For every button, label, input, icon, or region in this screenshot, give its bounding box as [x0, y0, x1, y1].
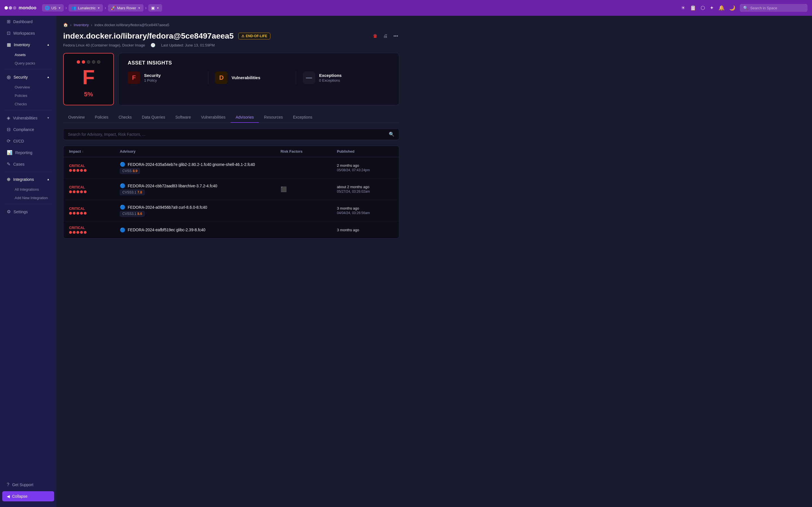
sidebar-item-dashboard[interactable]: ⊞ Dashboard: [2, 16, 54, 27]
asset-subtitle: Fedora Linux 40 (Container Image), Docke…: [63, 43, 145, 47]
col-advisory[interactable]: Advisory: [120, 149, 281, 154]
sidebar-label-cases: Cases: [13, 162, 24, 166]
compliance-icon: ⊟: [7, 127, 10, 132]
col-impact[interactable]: Impact ↓: [69, 149, 120, 154]
table-row[interactable]: CRITICAL 🔵 FEDORA-2024-eafbf519ec glibc-…: [63, 221, 399, 238]
sidebar-sub-security: Overview Policies Checks: [0, 83, 56, 108]
nav-sep-3: ›: [145, 5, 147, 10]
print-button[interactable]: 🖨: [382, 33, 389, 40]
tab-overview[interactable]: Overview: [63, 112, 90, 123]
sidebar-item-assets[interactable]: Assets: [12, 51, 56, 59]
sidebar-item-cases[interactable]: ✎ Cases: [2, 159, 54, 170]
sidebar-item-checks[interactable]: Checks: [12, 100, 56, 108]
security-sub: 1 Policy: [144, 78, 161, 82]
breadcrumb-inventory-link[interactable]: Inventory: [73, 23, 89, 27]
integrations-chevron-icon: ▲: [47, 178, 50, 181]
breadcrumb-sep-1: ›: [70, 23, 71, 27]
nav-region[interactable]: 🌐 US ▼: [42, 4, 64, 11]
table-row[interactable]: CRITICAL 🔵 FEDORA-2024-a09456b7a9 curl-8…: [63, 200, 399, 221]
dot5: [84, 190, 87, 193]
tab-resources[interactable]: Resources: [259, 112, 288, 123]
sidebar-item-workspaces[interactable]: ⊡ Workspaces: [2, 27, 54, 39]
fedora-icon-2: 🔵: [120, 183, 125, 188]
tab-data-queries[interactable]: Data Queries: [137, 112, 170, 123]
score-letter: F: [82, 67, 95, 87]
nav-qr[interactable]: ▣ ▼: [148, 4, 162, 11]
sidebar-item-vulnerabilities[interactable]: ◈ Vulnerabilities ▼: [2, 112, 54, 123]
dot4: [80, 212, 83, 215]
sidebar-item-overview[interactable]: Overview: [12, 83, 56, 91]
security-label: Security: [144, 73, 161, 78]
sidebar-item-query-packs[interactable]: Query packs: [12, 59, 56, 67]
score-dot-4: [92, 60, 95, 64]
sidebar-item-add-integration[interactable]: Add New Integration: [12, 194, 56, 202]
tab-advisories[interactable]: Advisories: [231, 112, 259, 123]
col-published[interactable]: Published: [337, 149, 393, 154]
nav-org[interactable]: 👥 Lunalectric ▼: [68, 4, 103, 11]
insight-exceptions: — Exceptions 0 Exceptions: [303, 71, 383, 84]
insight-vulnerabilities: D Vulnerabilities: [215, 71, 296, 84]
sidebar-item-inventory[interactable]: ▦ Inventory ▲: [2, 39, 54, 50]
sidebar-label-vulnerabilities: Vulnerabilities: [13, 116, 38, 120]
sidebar: ⊞ Dashboard ⊡ Workspaces ▦ Inventory ▲ A…: [0, 16, 56, 253]
row2-title: 🔵 FEDORA-2024-cbb72aad83 libarchive-3.7.…: [120, 183, 281, 188]
tab-policies[interactable]: Policies: [90, 112, 113, 123]
sidebar-item-reporting[interactable]: 📊 Reporting: [2, 147, 54, 158]
breadcrumb-home-icon[interactable]: 🏠: [63, 22, 68, 27]
vuln-grade: D: [215, 71, 227, 84]
security-grade: F: [128, 71, 140, 84]
breadcrumb-sep-2: ›: [91, 23, 92, 27]
tabs: Overview Policies Checks Data Queries So…: [63, 112, 399, 123]
dot4: [80, 169, 83, 172]
sidebar-label-inventory: Inventory: [14, 43, 30, 47]
row1-advisory-text: FEDORA-2024-635a54eb7e glib2-2.80.2-1.fc…: [128, 162, 255, 167]
dot2: [73, 190, 75, 193]
integrations-icon: ⊕: [7, 177, 10, 182]
sidebar-item-security[interactable]: ◎ Security ▲: [2, 71, 54, 82]
sidebar-item-integrations[interactable]: ⊕ Integrations ▲: [2, 174, 54, 185]
cicd-icon: ⟳: [7, 138, 10, 144]
table-row[interactable]: CRITICAL 🔵 FEDORA-2024-635a54eb7e glib2-…: [63, 157, 399, 179]
region-chevron-icon: ▼: [58, 6, 61, 10]
tab-checks[interactable]: Checks: [114, 112, 137, 123]
space-icon: 🚀: [111, 6, 116, 10]
qr-icon: ▣: [151, 6, 155, 10]
nav-space[interactable]: 🚀 Mars Rover ▼: [108, 4, 144, 11]
sidebar-label-dashboard: Dashboard: [13, 19, 33, 24]
sidebar-item-compliance[interactable]: ⊟ Compliance: [2, 124, 54, 135]
row3-advisory-text: FEDORA-2024-a09456b7a9 curl-8.6.0-8.fc40: [128, 205, 207, 210]
exceptions-label: Exceptions: [319, 73, 342, 78]
terminal-icon: ⬛: [281, 186, 287, 192]
sidebar-item-all-integrations[interactable]: All Integrations: [12, 185, 56, 193]
insights-row: F 5% ASSET INSIGHTS F Security 1 Policy …: [63, 53, 399, 105]
tab-exceptions[interactable]: Exceptions: [288, 112, 317, 123]
row2-published: about 2 months ago 05/27/24, 03:26:02am: [337, 185, 393, 193]
inventory-chevron-icon: ▲: [47, 43, 50, 46]
inventory-icon: ▦: [7, 42, 11, 47]
sidebar-item-cicd[interactable]: ⟳ CI/CD: [2, 135, 54, 147]
advisory-search-input[interactable]: [68, 132, 386, 136]
row4-dots: [69, 231, 120, 234]
top-nav: mondoo 🌐 US ▼ › 👥 Lunalectric ▼ › 🚀 Mars…: [0, 0, 406, 16]
col-risk-factors[interactable]: Risk Factors: [281, 149, 337, 154]
org-icon: 👥: [71, 6, 76, 10]
more-button[interactable]: •••: [392, 33, 399, 40]
vuln-info: Vulnerabilities: [232, 75, 260, 80]
breadcrumb-current: index.docker.io/library/fedora@5ce8497ae…: [94, 23, 169, 27]
delete-button[interactable]: 🗑: [372, 33, 378, 40]
logo[interactable]: mondoo: [4, 5, 36, 10]
sidebar-label-workspaces: Workspaces: [13, 31, 35, 36]
row2-risk: ⬛: [281, 186, 337, 192]
cvss-badge-3: CVSS3.1 8.6: [120, 211, 145, 217]
dot5: [84, 231, 87, 234]
sidebar-item-settings[interactable]: ⚙ Settings: [2, 206, 54, 217]
score-dot-1: [77, 60, 80, 64]
tab-vulnerabilities[interactable]: Vulnerabilities: [196, 112, 231, 123]
row3-title: 🔵 FEDORA-2024-a09456b7a9 curl-8.6.0-8.fc…: [120, 205, 281, 210]
sidebar-item-policies[interactable]: Policies: [12, 92, 56, 100]
col-advisory-label: Advisory: [120, 149, 136, 154]
exceptions-info: Exceptions 0 Exceptions: [319, 73, 342, 82]
tab-software[interactable]: Software: [170, 112, 196, 123]
table-row[interactable]: CRITICAL 🔵 FEDORA-2024-cbb72aad83 libarc…: [63, 179, 399, 200]
row1-severity: CRITICAL: [69, 164, 120, 172]
